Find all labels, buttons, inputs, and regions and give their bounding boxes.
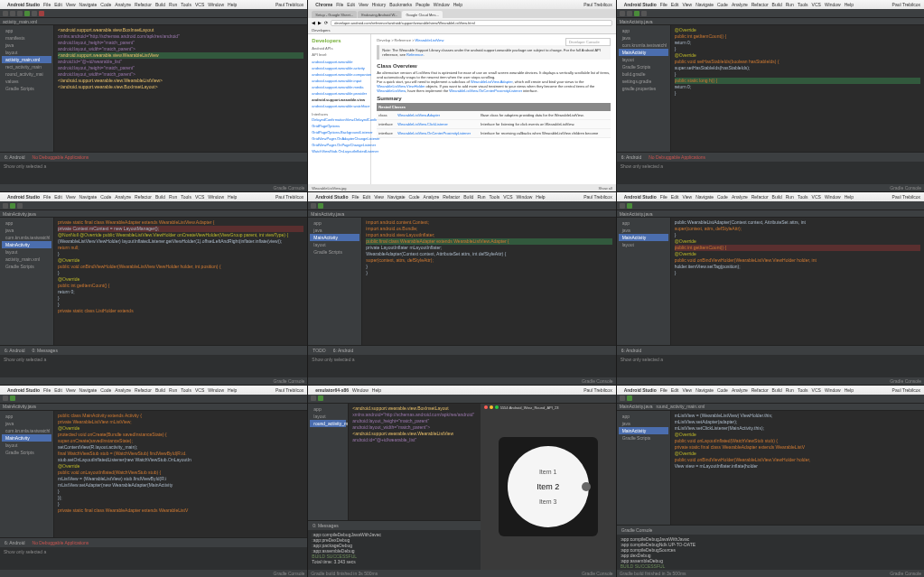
menu-tools[interactable]: Tools: [181, 2, 191, 7]
app-name[interactable]: emulator64-x86: [315, 387, 349, 393]
tree-round[interactable]: round_activity_mai: [2, 70, 51, 78]
project-tree[interactable]: app java MainActivity layout: [617, 218, 671, 344]
code-editor[interactable]: public class MainActivity extends Activi…: [54, 411, 307, 537]
menu-window[interactable]: Window: [434, 2, 450, 7]
menu-view[interactable]: View: [66, 2, 76, 7]
menu-refactor[interactable]: Refactor: [135, 2, 152, 7]
tab-main-activity[interactable]: MainActivity.java: [620, 19, 653, 24]
nav-item[interactable]: android.support.wearable.companion: [312, 71, 367, 78]
zoom-icon[interactable]: [495, 405, 499, 409]
forward-icon[interactable]: ▶: [318, 20, 322, 25]
mac-user[interactable]: Paul Trebilcox: [275, 2, 303, 7]
nav-item[interactable]: android.support.wearable: [312, 59, 367, 65]
table-row[interactable]: classWearableListView.AdapterBase class …: [377, 111, 610, 120]
menu-window[interactable]: Window: [208, 2, 224, 7]
menu-edit[interactable]: Edit: [54, 2, 62, 7]
crumb-item[interactable]: WearableListView: [415, 38, 444, 42]
table-row[interactable]: interfaceWearableListView.OnCenterProxim…: [377, 129, 610, 138]
tree-rect[interactable]: rect_activity_main: [2, 63, 51, 70]
project-tree[interactable]: app java MainActivity Gradle Scripts: [617, 411, 671, 525]
crumb-item[interactable]: Reference: [395, 38, 411, 42]
watch-face[interactable]: Item 1 Item 2 Item 3: [508, 446, 589, 527]
debug-icon[interactable]: [32, 11, 37, 16]
tree-manifests[interactable]: manifests: [2, 34, 51, 42]
bookmark[interactable]: Developers: [312, 28, 330, 33]
tab-android[interactable]: 6: Android: [3, 154, 27, 160]
mac-user[interactable]: Paul Trebilcox: [583, 2, 611, 7]
nav-item[interactable]: DelayedConfirmationView.DelayedConfirmat…: [312, 116, 367, 123]
menu-code[interactable]: Code: [100, 2, 111, 7]
note-link[interactable]: Reference: [406, 52, 423, 57]
tree-app[interactable]: app: [2, 27, 51, 34]
menu-help[interactable]: Help: [453, 2, 462, 7]
menu-history[interactable]: History: [372, 2, 387, 7]
tree-layout[interactable]: layout: [2, 49, 51, 56]
url-field[interactable]: developer.android.com/reference/android/…: [331, 20, 611, 26]
list-item[interactable]: Item 1: [539, 469, 556, 475]
status-gradle[interactable]: Gradle Console: [274, 185, 305, 191]
menu-navigate[interactable]: Navigate: [79, 2, 98, 7]
list-item-selected[interactable]: Item 2: [537, 482, 559, 491]
reload-icon[interactable]: ⟳: [324, 20, 328, 25]
project-tree[interactable]: app manifests java layout activity_main.…: [0, 25, 54, 152]
doc-sidebar[interactable]: Developers Android APIs API level: andro…: [308, 34, 371, 184]
nav-item-selected[interactable]: android.support.wearable.view: [312, 97, 367, 103]
project-tree[interactable]: app java MainActivity layout Gradle Scri…: [308, 218, 362, 344]
android-logo[interactable]: Developers: [312, 38, 367, 43]
tab-gradle-console[interactable]: Gradle Console: [620, 527, 655, 533]
menu-file[interactable]: File: [43, 2, 51, 7]
app-name[interactable]: Android Studio: [624, 2, 657, 7]
menu-run[interactable]: Run: [169, 2, 177, 7]
menu-help[interactable]: Help: [228, 2, 237, 7]
run-icon[interactable]: [24, 11, 30, 16]
crumb-item[interactable]: Develop: [377, 38, 390, 42]
code-editor[interactable]: mListView = (WearableListView) ViewHolde…: [671, 411, 924, 525]
menu-edit[interactable]: Edit: [347, 2, 355, 7]
emulator-window[interactable]: 5554:Android_Wear_Round_API_23 Item 1 It…: [481, 404, 616, 570]
app-name[interactable]: Chrome: [315, 2, 332, 7]
tree-values[interactable]: values: [2, 78, 51, 85]
show-all-button[interactable]: Show all: [599, 186, 612, 191]
tree-activity-main-xml[interactable]: activity_main.xml: [2, 56, 51, 63]
tree-gradle[interactable]: Gradle Scripts: [2, 85, 51, 92]
nav-item[interactable]: GridViewPager.OnPageChangeListener: [312, 142, 367, 148]
doc-content[interactable]: Developer Console Develop > Reference > …: [371, 34, 615, 184]
project-tree[interactable]: app java com.krumla.testwatchl MainActiv…: [617, 25, 671, 152]
back-icon[interactable]: ◀: [312, 20, 315, 25]
menu-vcs[interactable]: VCS: [195, 2, 204, 7]
menu-file[interactable]: File: [336, 2, 343, 7]
project-tree[interactable]: app java com.krumla.testwatchl MainActiv…: [0, 411, 54, 537]
code-editor[interactable]: @Override public int getItemCount() { re…: [671, 25, 924, 152]
nav-item[interactable]: android.support.wearable.media: [312, 84, 367, 90]
nav-item[interactable]: GridViewPager.OnAdapterChangeListener: [312, 135, 367, 142]
menu-analyze[interactable]: Analyze: [115, 2, 131, 7]
code-editor[interactable]: private static final class WearableAdapt…: [54, 218, 307, 344]
run-icon[interactable]: [634, 11, 639, 16]
save-icon[interactable]: [3, 11, 8, 16]
close-icon[interactable]: [484, 405, 488, 409]
menu-people[interactable]: People: [415, 2, 430, 7]
project-tree[interactable]: app layout round_activity_mai: [308, 404, 349, 520]
menu-build[interactable]: Build: [155, 2, 165, 7]
search-input[interactable]: Developer Console: [565, 38, 611, 46]
nav-item[interactable]: android.support.wearable.watchface: [312, 103, 367, 109]
tab-activity-main[interactable]: activity_main.xml: [3, 19, 37, 24]
minimize-icon[interactable]: [490, 405, 493, 409]
list-item[interactable]: Item 3: [539, 498, 556, 505]
nav-item[interactable]: GridPageOptions: [312, 123, 367, 129]
menu-view[interactable]: View: [359, 2, 369, 7]
watch-crown-icon[interactable]: [582, 482, 591, 491]
tree-java[interactable]: java: [2, 42, 51, 49]
undo-icon[interactable]: [10, 11, 15, 16]
code-editor[interactable]: <android.support.wearable.view.BoxInsetL…: [349, 404, 480, 520]
chrome-tab[interactable]: Endowing Android W...: [358, 11, 401, 18]
chrome-tab-active[interactable]: Google Cloud Mes...: [402, 11, 442, 18]
redo-icon[interactable]: [17, 11, 23, 16]
app-name[interactable]: Android Studio: [7, 2, 40, 7]
chrome-tab[interactable]: Setup - Google Sheet...: [312, 11, 357, 18]
code-editor[interactable]: <android.support.wearable.view.BoxInsetL…: [54, 25, 307, 152]
nav-item[interactable]: GridPageOptions.BackgroundListener: [312, 129, 367, 135]
table-row[interactable]: interfaceWearableListView.ClickListenerI…: [377, 120, 610, 129]
code-editor[interactable]: public WearableListAdapter(Context conte…: [671, 218, 924, 344]
nav-item[interactable]: android.support.wearable.provider: [312, 90, 367, 97]
